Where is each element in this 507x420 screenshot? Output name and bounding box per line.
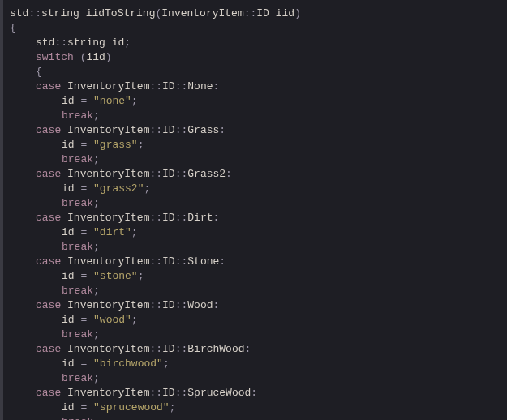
string-literal: "grass" (93, 139, 138, 151)
enum-value: SpruceWood (187, 387, 251, 399)
brace-open: { (10, 21, 301, 36)
assign-line: id = "sprucewood"; (10, 401, 301, 415)
enum-value: Stone (187, 255, 219, 268)
string-literal: "stone" (93, 270, 138, 282)
break-line: break; (10, 284, 301, 298)
case-line: case InventoryItem::ID::Dirt: (10, 211, 301, 225)
enum-value: None (187, 80, 213, 92)
kw-break: break (62, 153, 93, 165)
kw-break: break (62, 372, 93, 384)
fn-signature: std::string iidToString(InventoryItem::I… (10, 6, 301, 21)
switch-brace-open: { (10, 65, 301, 79)
assign-line: id = "wood"; (10, 313, 301, 328)
kw-break: break (62, 197, 93, 209)
code-editor[interactable]: std::string iidToString(InventoryItem::I… (0, 0, 507, 420)
kw-switch: switch (36, 51, 74, 63)
break-line-partial: broak. (10, 415, 301, 420)
kw-case: case (36, 168, 61, 180)
assign-line: id = "stone"; (10, 269, 301, 284)
break-line: break; (10, 196, 301, 211)
kw-break: break (62, 241, 93, 253)
enum-value: Wood (187, 299, 213, 311)
kw-break: break (62, 328, 93, 341)
case-line: case InventoryItem::ID::BirchWood: (10, 342, 301, 357)
string-literal: "birchwood" (93, 358, 163, 370)
string-literal: "none" (93, 95, 131, 107)
kw-case: case (36, 212, 61, 224)
string-literal: "sprucewood" (93, 401, 170, 414)
case-line: case InventoryItem::ID::Grass: (10, 123, 301, 138)
assign-line: id = "birchwood"; (10, 357, 301, 371)
case-line: case InventoryItem::ID::Wood: (10, 298, 301, 313)
function-name: iidToString (86, 7, 156, 19)
kw-case: case (36, 387, 61, 399)
code-area[interactable]: std::string iidToString(InventoryItem::I… (3, 0, 301, 420)
kw-case: case (36, 299, 61, 311)
string-literal: "grass2" (93, 182, 144, 195)
kw-case: case (36, 80, 61, 92)
enum-value: Grass (187, 124, 219, 136)
type-namespace: std (10, 7, 28, 19)
break-line: break; (10, 328, 301, 342)
kw-case: case (36, 343, 61, 355)
case-line: case InventoryItem::ID::SpruceWood: (10, 386, 301, 401)
case-line: case InventoryItem::ID::Grass2: (10, 167, 301, 182)
enum-value: BirchWood (187, 343, 244, 355)
kw-case: case (36, 255, 61, 268)
kw-break-partial: broak (62, 416, 93, 420)
kw-case: case (36, 124, 61, 136)
break-line: break; (10, 371, 301, 386)
assign-line: id = "grass2"; (10, 182, 301, 196)
decl-line: std::string id; (10, 36, 301, 50)
kw-break: break (62, 285, 93, 297)
break-line: break; (10, 109, 301, 123)
case-line: case InventoryItem::ID::Stone: (10, 255, 301, 269)
break-line: break; (10, 240, 301, 255)
enum-value: Grass2 (187, 168, 226, 180)
param-name: iid (276, 7, 294, 19)
break-line: break; (10, 152, 301, 167)
enum-value: Dirt (187, 212, 213, 224)
type-name: string (41, 7, 79, 19)
assign-line: id = "grass"; (10, 138, 301, 152)
assign-line: id = "dirt"; (10, 225, 301, 240)
var-id: id (112, 36, 125, 49)
assign-line: id = "none"; (10, 94, 301, 109)
kw-break: break (62, 109, 93, 122)
string-literal: "dirt" (93, 226, 131, 238)
case-line: case InventoryItem::ID::None: (10, 79, 301, 94)
string-literal: "wood" (93, 314, 131, 326)
switch-line: switch (iid) (10, 50, 301, 65)
